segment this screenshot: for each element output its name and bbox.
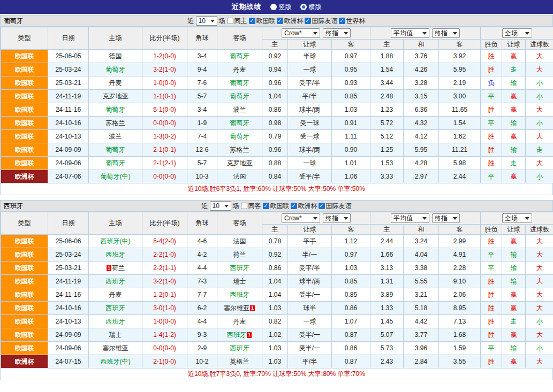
average-dropdown[interactable]: 平均值 <box>391 213 429 223</box>
competition-filter[interactable]: ✓国际友谊 <box>319 202 352 211</box>
asia-odds-group-header: Crow* 终指 <box>262 212 370 225</box>
asia-home-odds-cell: 0.86 <box>262 262 288 275</box>
goals-result-cell: 大 <box>526 355 553 368</box>
handicap-result-cell: 赢 <box>502 130 526 143</box>
asia-stage-dropdown-value: 终指 <box>325 214 338 223</box>
layout-radio-horizontal[interactable]: 横版 <box>300 3 322 12</box>
corners-cell: 4-2 <box>187 248 217 262</box>
bookmaker-dropdown[interactable]: Crow* <box>282 213 320 223</box>
goals-result-cell: 小 <box>526 342 553 355</box>
goals-result-cell: 走 <box>526 143 553 157</box>
result-cell: 胜 <box>481 103 502 117</box>
asia-away-odds-cell: 0.85 <box>332 288 370 302</box>
match-row: 欧国联24-11-16葡萄牙5-1(0-0)3-4波兰0.86球半/两1.031… <box>1 103 553 117</box>
radio-icon[interactable] <box>270 4 277 10</box>
goals-result-cell: 大 <box>526 235 553 248</box>
euro-away-odds-cell: 3.00 <box>439 90 481 103</box>
team-name: 葡萄牙 <box>4 17 23 26</box>
match-row: 欧国联24-10-16苏格兰0-0(0-0)1-9葡萄牙0.98受一球0.915… <box>1 117 553 130</box>
match-row: 欧国联24-09-09瑞士1-4(1-2)9-3西班牙11.02受半/一0.87… <box>1 328 553 342</box>
checkbox-icon[interactable]: ✓ <box>277 18 283 24</box>
euro-stage-dropdown[interactable]: 终指 <box>432 28 460 38</box>
euro-stage-dropdown[interactable]: 终指 <box>432 213 460 223</box>
asia-line-cell: 球半/两 <box>288 275 332 288</box>
checkbox-icon[interactable] <box>241 203 247 209</box>
date-cell: 24-11-16 <box>48 288 89 302</box>
euro-home-odds-cell: 1.66 <box>370 248 404 262</box>
asia-stage-dropdown[interactable]: 终指 <box>323 213 351 223</box>
away-team-name: 克罗地亚 <box>227 159 253 167</box>
checkbox-icon[interactable]: ✓ <box>319 203 325 209</box>
col-result: 胜负 <box>481 225 502 235</box>
handicap-result-cell: 赢 <box>502 50 526 63</box>
same-venue-filter[interactable]: 同主 <box>227 17 247 26</box>
checkbox-icon[interactable]: ✓ <box>291 203 297 209</box>
asia-home-odds-cell: 0.94 <box>262 63 288 76</box>
asia-home-odds-cell: 0.96 <box>262 143 288 157</box>
match-row: 欧国联25-06-06西班牙(中)5-4(2-0)4-6法国0.78平手1.12… <box>1 235 553 248</box>
date-cell: 25-03-24 <box>48 248 89 262</box>
date-cell: 24-11-19 <box>48 275 89 288</box>
fulltime-dropdown[interactable]: 全场 <box>502 213 532 223</box>
col-home: 主场 <box>89 27 142 50</box>
asia-stage-dropdown[interactable]: 终指 <box>323 28 351 38</box>
away-team-cell: 苏格兰 <box>217 143 262 157</box>
away-team-name: 波兰 <box>233 106 246 113</box>
result-cell: 胜 <box>481 288 502 302</box>
checkbox-icon[interactable] <box>227 18 233 24</box>
euro-away-odds-cell: 3.55 <box>439 355 481 368</box>
home-team-name: 西班牙 <box>106 278 125 285</box>
col-euro-home: 主 <box>370 225 404 235</box>
radio-icon[interactable] <box>300 4 307 10</box>
date-cell: 25-03-24 <box>48 63 89 76</box>
home-team-cell: 西班牙(中) <box>89 235 142 248</box>
checkbox-icon[interactable]: ✓ <box>305 18 311 24</box>
same-venue-filter[interactable]: 同客 <box>241 202 261 211</box>
fulltime-dropdown[interactable]: 全场 <box>502 28 532 38</box>
competition-filter[interactable]: ✓国际友谊 <box>305 17 338 26</box>
euro-away-odds-cell: 11.65 <box>439 103 481 117</box>
competition-cell: 欧国联 <box>1 50 48 63</box>
checkbox-icon[interactable]: ✓ <box>263 203 269 209</box>
asia-away-odds-cell: 0.87 <box>332 355 370 368</box>
competition-filter[interactable]: ✓欧国联 <box>263 202 290 211</box>
competition-filter[interactable]: ✓欧洲杯 <box>277 17 304 26</box>
competition-filter[interactable]: ✓欧洲杯 <box>291 202 317 211</box>
asia-line-cell: 受半/一 <box>288 288 332 302</box>
result-cell: 胜 <box>481 302 502 315</box>
euro-home-odds-cell: 1.23 <box>370 103 404 117</box>
col-euro-draw: 和 <box>404 225 439 235</box>
handicap-result-cell: 输 <box>502 143 526 157</box>
home-team-name: 波兰 <box>109 133 122 140</box>
competition-filter[interactable]: ✓欧国联 <box>249 17 276 26</box>
checkbox-icon[interactable]: ✓ <box>249 18 255 24</box>
home-team-cell: 瑞士 <box>89 328 142 342</box>
match-count-dropdown[interactable]: 10 <box>196 16 217 26</box>
away-team-cell: 葡萄牙 <box>217 117 262 130</box>
checkbox-icon[interactable]: ✓ <box>339 18 345 24</box>
euro-away-odds-cell: 3.92 <box>439 50 481 63</box>
corners-cell: 2-9 <box>187 342 217 355</box>
results-table: 类型 日期 主场 比分(半场) 角球 客场 Crow* 终指 平均值 终指 <box>1 212 553 368</box>
result-cell: 平 <box>481 248 502 262</box>
asia-home-odds-cell: 0.79 <box>262 130 288 143</box>
date-cell: 25-06-06 <box>48 235 89 248</box>
match-count-dropdown[interactable]: 10 <box>210 201 231 211</box>
away-team-name: 法国 <box>233 173 246 180</box>
euro-home-odds-cell: 3.13 <box>370 262 404 275</box>
bookmaker-dropdown[interactable]: Crow* <box>282 28 320 38</box>
layout-radio-vertical[interactable]: 竖版 <box>270 3 292 12</box>
corners-cell: 4-6 <box>187 235 217 248</box>
score-cell: 0-0(0-0) <box>142 117 187 130</box>
euro-draw-odds-cell: 4.12 <box>404 130 439 143</box>
corners-cell: 1-9 <box>187 117 217 130</box>
goals-result-cell: 大 <box>526 262 553 275</box>
competition-filter[interactable]: ✓世界杯 <box>339 17 366 26</box>
col-handicap: 让球 <box>502 225 526 235</box>
asia-away-odds-cell: 0.93 <box>332 76 370 90</box>
chevron-down-icon <box>525 217 529 220</box>
home-team-cell: 西班牙 <box>89 248 142 262</box>
asia-away-odds-cell: 1.03 <box>332 262 370 275</box>
average-dropdown[interactable]: 平均值 <box>391 28 429 38</box>
red-card-icon: 1 <box>247 332 252 338</box>
